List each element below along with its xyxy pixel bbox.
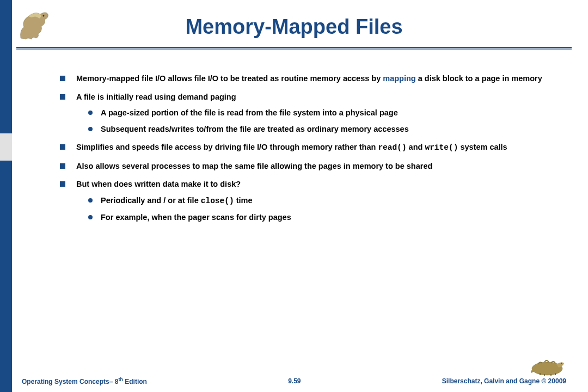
slide-footer: Operating System Concepts– 8th Edition 9…	[22, 377, 566, 385]
dinosaur-bottom-icon	[528, 351, 566, 376]
footer-center: 9.59	[288, 377, 301, 385]
bullet-5a-code-close: close()	[201, 197, 234, 205]
slide: Memory-Mapped Files Memory-mapped file I…	[0, 0, 588, 392]
bullet-3-code-write: write()	[425, 143, 458, 152]
footer-left: Operating System Concepts– 8th Edition	[22, 377, 147, 385]
title-underline-thick	[16, 47, 572, 48]
bullet-4: Also allows several processes to map the…	[54, 161, 566, 172]
footer-right: Silberschatz, Galvin and Gagne © 20009	[442, 377, 566, 385]
footer-left-pre: Operating System Concepts– 8	[22, 378, 118, 385]
title-underline-thin	[16, 50, 572, 50]
bullet-5b: For example, when the pager scans for di…	[76, 212, 566, 223]
bullet-1-text-pre: Memory-mapped file I/O allows file I/O t…	[76, 74, 383, 83]
bullet-5a-text-post: time	[234, 196, 253, 205]
left-accent-bottom	[0, 161, 12, 392]
svg-point-2	[561, 363, 562, 364]
bullet-1-highlight: mapping	[383, 74, 415, 83]
bullet-2a: A page-sized portion of the file is read…	[76, 108, 566, 119]
slide-body: Memory-mapped file I/O allows file I/O t…	[54, 74, 566, 230]
slide-title: Memory-Mapped Files	[0, 15, 588, 39]
bullet-3-code-read: read()	[378, 143, 406, 152]
bullet-5a-text-pre: Periodically and / or at file	[101, 196, 201, 205]
bullet-3-text-post: system calls	[458, 143, 507, 151]
bullet-5a: Periodically and / or at file close() ti…	[76, 195, 566, 207]
footer-left-sup: th	[118, 377, 123, 382]
bullet-2a-text: A page-sized portion of the file is read…	[101, 108, 398, 117]
bullet-2: A file is initially read using demand pa…	[54, 92, 566, 135]
bullet-2-text: A file is initially read using demand pa…	[76, 93, 236, 101]
bullet-3-text-mid: and	[407, 143, 425, 151]
left-accent-gap	[0, 133, 12, 161]
bullet-3: Simplifies and speeds file access by dri…	[54, 142, 566, 154]
bullet-2b-text: Subsequent reads/writes to/from the file…	[101, 125, 409, 133]
bullet-3-text-pre: Simplifies and speeds file access by dri…	[76, 143, 378, 151]
bullet-5b-text: For example, when the pager scans for di…	[101, 213, 291, 222]
bullet-1-text-post: a disk block to a page in memory	[416, 74, 542, 83]
bullet-5-text: But when does written data make it to di…	[76, 180, 241, 188]
bullet-1: Memory-mapped file I/O allows file I/O t…	[54, 74, 566, 84]
bullet-4-text: Also allows several processes to map the…	[76, 162, 432, 170]
footer-left-post: Edition	[123, 378, 147, 385]
bullet-5: But when does written data make it to di…	[54, 179, 566, 223]
bullet-2b: Subsequent reads/writes to/from the file…	[76, 124, 566, 135]
